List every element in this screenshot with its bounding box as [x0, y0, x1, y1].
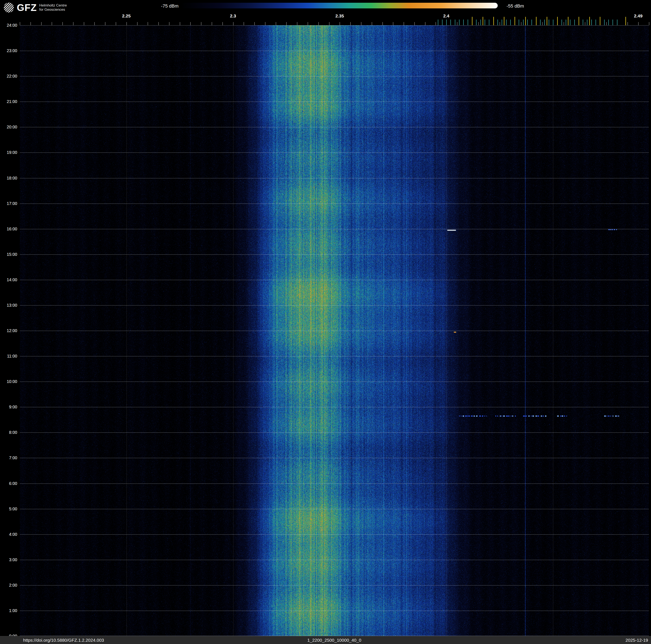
- detection-tick-cyan: [502, 20, 502, 25]
- freq-minor-tick: [414, 22, 415, 25]
- gfz-globe-icon: [3, 2, 14, 13]
- freq-minor-tick: [521, 22, 521, 25]
- freq-minor-tick: [148, 22, 148, 25]
- time-tick-label: 22:00: [7, 74, 17, 79]
- freq-minor-tick: [20, 22, 20, 25]
- time-tick-label: 9:00: [9, 405, 17, 409]
- freq-minor-tick: [233, 22, 234, 25]
- spectrogram-page: GFZ Helmholtz Centre for Geosciences -75…: [0, 0, 651, 644]
- freq-minor-tick: [286, 22, 287, 25]
- freq-minor-tick: [137, 22, 137, 25]
- freq-minor-tick: [627, 22, 628, 25]
- wifi-channel-tick: [557, 17, 558, 25]
- time-tick-label: 15:00: [7, 252, 17, 257]
- time-tick-label: 4:00: [9, 532, 17, 537]
- time-tick-label: 19:00: [7, 150, 17, 155]
- footer-bar: https://doi.org/10.5880/GFZ.1.2.2024.003…: [0, 636, 651, 644]
- time-tick-label: 24:00: [7, 23, 17, 28]
- freq-minor-tick: [340, 22, 340, 25]
- detection-tick-cyan: [446, 20, 447, 25]
- freq-minor-tick: [222, 22, 223, 25]
- freq-minor-tick: [318, 22, 319, 25]
- freq-minor-tick: [126, 22, 127, 25]
- wifi-channel-tick: [547, 17, 547, 25]
- detection-tick-cyan: [570, 20, 570, 25]
- time-tick-label: 12:00: [7, 328, 17, 333]
- freq-minor-tick: [158, 22, 159, 25]
- detection-tick-cyan: [617, 20, 617, 25]
- time-tick-label: 16:00: [7, 227, 17, 231]
- freq-minor-tick: [308, 22, 308, 25]
- freq-tick-label: 2.49: [634, 13, 643, 19]
- wifi-channel-tick: [504, 17, 504, 25]
- detection-tick-cyan: [613, 20, 613, 25]
- wifi-channel-tick: [493, 17, 494, 25]
- freq-minor-tick: [585, 22, 585, 25]
- detection-tick-cyan: [480, 20, 481, 25]
- freq-minor-tick: [180, 22, 180, 25]
- detection-tick-cyan: [476, 20, 476, 25]
- wifi-channel-tick: [483, 17, 483, 25]
- freq-minor-tick: [84, 22, 84, 25]
- wifi-channel-tick: [589, 17, 590, 25]
- time-tick-label: 3:00: [9, 557, 17, 562]
- freq-minor-tick: [201, 22, 202, 25]
- detection-tick-cyan: [497, 20, 498, 25]
- time-tick-label: 23:00: [7, 48, 17, 53]
- freq-minor-tick: [190, 22, 191, 25]
- time-tick-label: 11:00: [7, 354, 17, 358]
- freq-minor-tick: [329, 22, 330, 25]
- detection-tick-cyan: [595, 20, 596, 25]
- wifi-channel-tick: [525, 17, 526, 25]
- time-tick-label: 8:00: [9, 430, 17, 435]
- detection-tick-cyan: [531, 20, 532, 25]
- freq-minor-tick: [457, 22, 457, 25]
- detection-tick-cyan: [604, 20, 604, 25]
- detection-tick-cyan: [510, 20, 511, 25]
- detection-tick-cyan: [575, 20, 575, 25]
- wifi-channel-tick: [579, 17, 579, 25]
- wifi-channel-tick: [568, 17, 568, 25]
- freq-minor-tick: [297, 22, 297, 25]
- date-label: 2025-12-19: [626, 638, 648, 643]
- time-tick-label: 5:00: [9, 506, 17, 511]
- dataset-label: 1_2200_2500_10000_40_0: [20, 638, 649, 643]
- time-tick-label: 18:00: [7, 176, 17, 180]
- freq-minor-tick: [372, 22, 372, 25]
- wifi-channel-tick: [536, 17, 536, 25]
- detection-tick-cyan: [451, 20, 451, 25]
- wifi-channel-tick: [472, 17, 472, 25]
- time-tick-label: 7:00: [9, 456, 17, 460]
- time-tick-label: 14:00: [7, 277, 17, 282]
- freq-tick-label: 2.25: [122, 13, 131, 19]
- freq-minor-tick: [52, 22, 52, 25]
- time-tick-label: 1:00: [9, 608, 17, 613]
- detection-tick-cyan: [485, 20, 485, 25]
- time-tick-label: 17:00: [7, 201, 17, 206]
- freq-tick-label: 2.4: [443, 13, 450, 19]
- time-axis: 24:0023:0022:0021:0020:0019:0018:0017:00…: [0, 25, 19, 636]
- freq-minor-tick: [500, 22, 500, 25]
- freq-minor-tick: [62, 22, 63, 25]
- detection-tick-cyan: [553, 20, 553, 25]
- detection-tick-cyan: [587, 20, 587, 25]
- freq-tick-label: 2.3: [230, 13, 236, 19]
- freq-minor-tick: [212, 22, 212, 25]
- spectrogram-canvas: [20, 25, 649, 636]
- freq-minor-tick: [564, 22, 564, 25]
- detection-tick-cyan: [591, 20, 592, 25]
- detection-tick-cyan: [540, 20, 540, 25]
- detection-tick-cyan: [489, 20, 489, 25]
- detection-tick-cyan: [438, 20, 438, 25]
- freq-minor-tick: [606, 22, 607, 25]
- freq-minor-tick: [73, 22, 73, 25]
- wifi-channel-tick: [515, 17, 515, 25]
- detection-tick-cyan: [506, 20, 506, 25]
- freq-minor-tick: [393, 22, 393, 25]
- detection-tick-cyan: [583, 20, 583, 25]
- freq-minor-tick: [382, 22, 383, 25]
- spectrogram-plot: [20, 25, 649, 636]
- freq-minor-tick: [638, 22, 639, 25]
- freq-minor-tick: [254, 22, 255, 25]
- frequency-axis: 2.252.32.352.42.49: [20, 0, 649, 25]
